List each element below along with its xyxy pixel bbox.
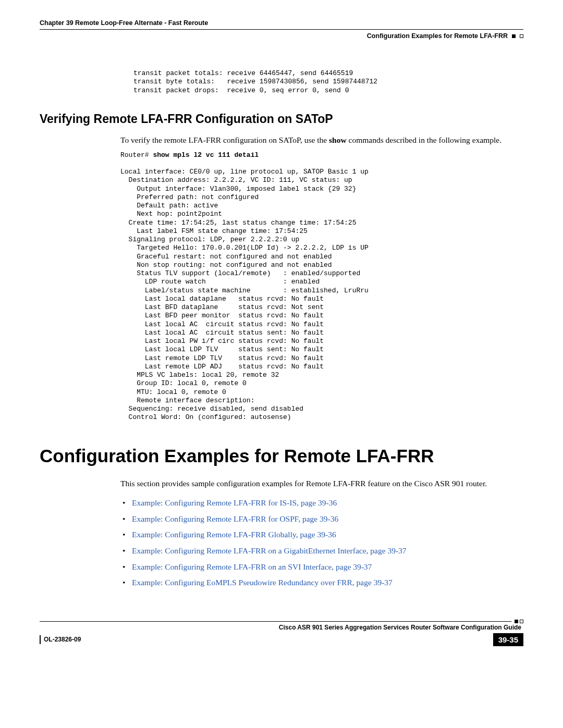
list-item: Example: Configuring Remote LFA-FRR on a… bbox=[132, 561, 523, 573]
link-isis[interactable]: Example: Configuring Remote LFA-FRR for … bbox=[132, 498, 337, 507]
link-ospf[interactable]: Example: Configuring Remote LFA-FRR for … bbox=[132, 514, 338, 523]
example-links-list: Example: Configuring Remote LFA-FRR for … bbox=[120, 497, 523, 588]
link-global[interactable]: Example: Configuring Remote LFA-FRR Glob… bbox=[132, 530, 336, 539]
link-gige[interactable]: Example: Configuring Remote LFA-FRR on a… bbox=[132, 546, 407, 555]
heading-config-examples: Configuration Examples for Remote LFA-FR… bbox=[40, 443, 523, 468]
list-item: Example: Configuring Remote LFA-FRR for … bbox=[132, 513, 523, 525]
square-marker-icon bbox=[512, 34, 516, 38]
square-marker-open-icon bbox=[520, 34, 523, 38]
square-marker-icon bbox=[515, 620, 518, 623]
chapter-label: Chapter 39 Remote Loop-Free Alternate - … bbox=[40, 19, 208, 28]
heading-verify-satop: Verifying Remote LFA-FRR Configuration o… bbox=[40, 110, 523, 127]
paragraph-config-intro: This section provides sample configurati… bbox=[120, 478, 519, 489]
footer-guide-title: Cisco ASR 901 Series Aggregation Service… bbox=[40, 623, 523, 632]
list-item: Example: Configuring Remote LFA-FRR on a… bbox=[132, 545, 523, 557]
list-item: Example: Configuring EoMPLS Pseudowire R… bbox=[132, 577, 523, 588]
list-item: Example: Configuring Remote LFA-FRR for … bbox=[132, 497, 523, 509]
section-label: Configuration Examples for Remote LFA-FR… bbox=[367, 32, 508, 41]
square-marker-open-icon bbox=[520, 620, 523, 623]
page-footer: Cisco ASR 901 Series Aggregation Service… bbox=[40, 620, 523, 646]
list-item: Example: Configuring Remote LFA-FRR Glob… bbox=[132, 529, 523, 540]
footer-docid: OL-23826-09 bbox=[40, 635, 81, 644]
page-number: 39-35 bbox=[493, 633, 523, 646]
header-rule bbox=[40, 29, 523, 30]
link-svi[interactable]: Example: Configuring Remote LFA-FRR on a… bbox=[132, 562, 372, 571]
link-eompls[interactable]: Example: Configuring EoMPLS Pseudowire R… bbox=[132, 578, 393, 587]
code-output-transit: transit packet totals: receive 64465447,… bbox=[133, 69, 523, 95]
code-output-show-mpls: Router# show mpls l2 vc 111 detail Local… bbox=[120, 151, 523, 422]
paragraph-verify-intro: To verify the remote LFA-FRR configurati… bbox=[120, 134, 519, 146]
